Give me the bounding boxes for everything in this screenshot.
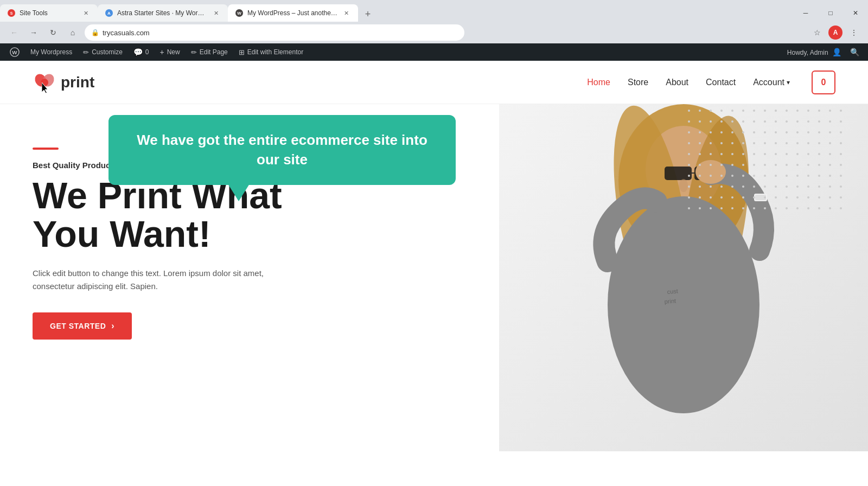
dot (818, 153, 820, 155)
dot (699, 175, 701, 177)
svg-text:print: print (664, 297, 676, 305)
nav-account-label: Account (753, 78, 784, 87)
dot (742, 153, 744, 155)
my-wordpress-label: My Wordpress (30, 48, 72, 56)
tab-close-2[interactable]: ✕ (212, 9, 220, 17)
dot (720, 196, 723, 199)
comments-icon: 💬 (133, 48, 143, 56)
tab-close-3[interactable]: ✕ (342, 9, 350, 17)
dot (786, 186, 788, 188)
dot (818, 120, 820, 123)
dot (829, 120, 831, 123)
dot (764, 131, 766, 133)
dot (753, 164, 755, 166)
dot (840, 196, 842, 199)
dot (731, 175, 733, 177)
dots-pattern (688, 104, 846, 214)
forward-button[interactable]: → (26, 25, 41, 40)
browser-chrome: S Site Tools ✕ A Astra Starter Sites · M… (0, 0, 868, 43)
dot (764, 110, 766, 112)
tab-site-tools[interactable]: S Site Tools ✕ (0, 4, 98, 22)
my-wordpress-item[interactable]: My Wordpress (25, 43, 78, 61)
dot (786, 110, 788, 112)
plus-icon: + (160, 48, 164, 56)
dot (807, 142, 809, 144)
customize-item[interactable]: ✏ Customize (78, 43, 128, 61)
nav-home[interactable]: Home (587, 78, 610, 87)
dot (775, 153, 777, 155)
dot (807, 186, 809, 188)
nav-account[interactable]: Account ▾ (753, 78, 790, 87)
maximize-button[interactable]: □ (818, 4, 843, 22)
howdy-text[interactable]: Howdy, Admin 👤 (783, 48, 846, 56)
dot (829, 196, 831, 199)
profile-avatar[interactable]: A (828, 25, 843, 40)
comments-item[interactable]: 💬 0 (128, 43, 155, 61)
home-button[interactable]: ⌂ (65, 25, 80, 40)
tab-astra[interactable]: A Astra Starter Sites · My Wordpre... ✕ (98, 4, 228, 22)
dot (753, 186, 755, 188)
back-button[interactable]: ← (7, 25, 22, 40)
dot (775, 110, 777, 112)
cta-button[interactable]: GET STARTED › (33, 312, 132, 340)
dot (753, 142, 755, 144)
tab-close-1[interactable]: ✕ (81, 9, 90, 17)
tab-wordpress[interactable]: W My WordPress – Just another W... ✕ (228, 4, 358, 22)
dot (775, 120, 777, 123)
close-button[interactable]: ✕ (843, 4, 868, 22)
bookmark-icon[interactable]: ☆ (809, 25, 825, 40)
dot (818, 175, 820, 177)
hero-title-line2: You Want! (33, 213, 211, 254)
url-input[interactable]: 🔒 trycasuals.com (85, 24, 464, 41)
hero-divider (33, 148, 59, 150)
dot (786, 207, 788, 209)
dot (829, 110, 831, 112)
dot (775, 175, 777, 177)
wp-search-icon[interactable]: 🔍 (846, 48, 864, 56)
new-tab-button[interactable]: + (360, 7, 375, 22)
dot (688, 196, 690, 199)
lock-icon: 🔒 (91, 29, 99, 36)
reload-button[interactable]: ↻ (46, 25, 61, 40)
nav-store[interactable]: Store (628, 78, 648, 87)
address-bar: ← → ↻ ⌂ 🔒 trycasuals.com ☆ A ⋮ (0, 22, 868, 43)
dot (840, 207, 842, 209)
dot (731, 196, 733, 199)
dot (840, 131, 842, 133)
dot (775, 207, 777, 209)
user-avatar: A (828, 25, 843, 40)
site-logo[interactable]: print (33, 71, 94, 94)
dot (710, 110, 712, 112)
dot (731, 142, 733, 144)
dot (818, 164, 820, 166)
dot (796, 164, 799, 166)
wp-logo-item[interactable]: W (4, 43, 25, 61)
extensions-icon[interactable]: ⋮ (846, 25, 861, 40)
dot (775, 196, 777, 199)
dot (720, 164, 723, 166)
dot (818, 186, 820, 188)
svg-point-19 (679, 179, 688, 192)
dot (807, 164, 809, 166)
new-item[interactable]: + New (155, 43, 186, 61)
dot (796, 175, 799, 177)
edit-elementor-item[interactable]: ⊞ Edit with Elementor (233, 43, 309, 61)
site-header: print Home Store About Contact Account ▾… (0, 61, 868, 104)
dot (710, 207, 712, 209)
wp-admin-bar: W My Wordpress ✏ Customize 💬 0 + New ✏ E… (0, 43, 868, 61)
cta-label: GET STARTED (50, 322, 106, 330)
dot (710, 131, 712, 133)
dot (742, 110, 744, 112)
dot (699, 196, 701, 199)
cart-button[interactable]: 0 (812, 71, 835, 94)
minimize-button[interactable]: ─ (793, 4, 818, 22)
dot (840, 120, 842, 123)
hero-image-area: cust print (488, 104, 868, 451)
nav-contact[interactable]: Contact (706, 78, 736, 87)
dot (731, 131, 733, 133)
dot (699, 164, 701, 166)
dot (710, 142, 712, 144)
nav-about[interactable]: About (666, 78, 688, 87)
edit-page-item[interactable]: ✏ Edit Page (186, 43, 233, 61)
edit-page-label: Edit Page (200, 48, 228, 56)
